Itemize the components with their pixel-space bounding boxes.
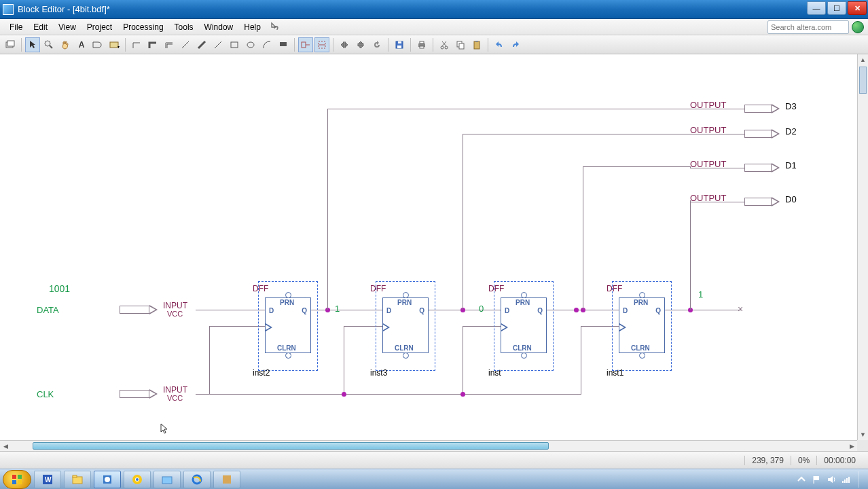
task-ie[interactable]: [183, 471, 211, 488]
dff-inst[interactable]: PRN D Q CLRN DFF inst: [501, 288, 547, 364]
wire[interactable]: [196, 394, 581, 395]
dangling-x-icon: ×: [738, 304, 743, 314]
tool-detach[interactable]: [3, 37, 18, 52]
toolbar: A ▾: [0, 35, 868, 54]
wire[interactable]: [690, 134, 744, 134]
menu-processing[interactable]: Processing: [117, 21, 168, 33]
scroll-thumb[interactable]: [33, 442, 549, 450]
close-button[interactable]: ✕: [848, 1, 867, 15]
tool-undo[interactable]: [492, 37, 507, 52]
task-explorer[interactable]: [64, 471, 91, 488]
menu-window[interactable]: Window: [199, 21, 239, 33]
tool-diag-bus[interactable]: [194, 37, 209, 52]
dff-prn-label: PRN: [397, 299, 412, 306]
junction-node: [342, 392, 346, 397]
task-chrome[interactable]: [124, 471, 151, 488]
scroll-down-icon[interactable]: ▼: [858, 429, 868, 440]
tool-hand[interactable]: [58, 37, 73, 52]
dff-type-label: DFF: [488, 284, 504, 293]
tool-diag-line[interactable]: [178, 37, 193, 52]
task-app[interactable]: [213, 471, 240, 488]
tool-rect[interactable]: [227, 37, 242, 52]
tool-line[interactable]: [211, 37, 225, 52]
vertical-scrollbar[interactable]: ▲ ▼: [857, 54, 868, 440]
menu-edit[interactable]: Edit: [28, 21, 53, 33]
wire[interactable]: [344, 326, 344, 394]
scroll-up-icon[interactable]: ▲: [858, 54, 868, 65]
scroll-left-icon[interactable]: ◀: [0, 441, 11, 451]
scroll-right-icon[interactable]: ▶: [846, 441, 857, 451]
tool-ortho-line[interactable]: [129, 37, 144, 52]
tray-volume-icon[interactable]: [826, 474, 837, 485]
tool-rubberband-on[interactable]: [298, 37, 313, 52]
wire[interactable]: [209, 326, 210, 394]
tool-flip-v[interactable]: [353, 37, 368, 52]
menu-view[interactable]: View: [53, 21, 82, 33]
wire[interactable]: [327, 109, 690, 109]
wire[interactable]: [690, 109, 744, 109]
tool-oval[interactable]: [243, 37, 258, 52]
wire[interactable]: [581, 326, 581, 394]
tool-conduit[interactable]: [162, 37, 177, 52]
wire[interactable]: [690, 166, 691, 168]
tool-arc[interactable]: [259, 37, 274, 52]
wire[interactable]: [209, 326, 265, 327]
wire[interactable]: [311, 310, 382, 310]
wire[interactable]: [690, 200, 691, 310]
menu-help[interactable]: Help: [238, 21, 266, 33]
input-type-data: INPUT: [163, 301, 187, 310]
tool-fill[interactable]: [276, 37, 291, 52]
wire[interactable]: [690, 202, 744, 202]
task-folder[interactable]: [153, 471, 181, 488]
tool-save[interactable]: [392, 37, 407, 52]
horizontal-scrollbar[interactable]: ◀ ▶: [0, 440, 857, 451]
dff-inst3[interactable]: PRN D Q CLRN DFF inst3: [382, 288, 429, 364]
tool-flip-h[interactable]: [337, 37, 352, 52]
wire[interactable]: [583, 166, 583, 310]
minimize-button[interactable]: —: [807, 1, 826, 15]
tool-symbol[interactable]: [90, 37, 105, 52]
wire[interactable]: [327, 109, 328, 310]
tool-print[interactable]: [414, 37, 429, 52]
dff-clrn-label: CLRN: [277, 344, 296, 352]
schematic-canvas[interactable]: 1001 DATA INPUT VCC CLK INPUT VCC: [0, 54, 868, 451]
tool-paste[interactable]: [469, 37, 484, 52]
tool-copy[interactable]: [453, 37, 468, 52]
dff-inst1[interactable]: PRN D Q CLRN DFF inst1: [619, 288, 665, 364]
tool-block[interactable]: ▾: [107, 37, 122, 52]
tool-rotate[interactable]: [369, 37, 384, 52]
svg-rect-50: [844, 479, 846, 483]
tool-ortho-bus[interactable]: [145, 37, 160, 52]
search-globe-icon[interactable]: [852, 21, 864, 33]
wire[interactable]: [463, 134, 463, 310]
tray-flag-icon[interactable]: [811, 474, 822, 485]
menu-file[interactable]: File: [4, 21, 28, 33]
menu-tools[interactable]: Tools: [169, 21, 199, 33]
wire[interactable]: [196, 310, 265, 310]
wire[interactable]: [690, 168, 744, 168]
svg-point-43: [136, 478, 139, 481]
tool-text[interactable]: A: [74, 37, 89, 52]
menu-project[interactable]: Project: [82, 21, 117, 33]
help-context-icon[interactable]: [270, 22, 281, 33]
show-desktop-button[interactable]: [858, 471, 863, 488]
dff-q-label: Q: [537, 307, 543, 314]
scroll-thumb[interactable]: [859, 67, 867, 94]
tool-zoom[interactable]: [41, 37, 56, 52]
tool-cut[interactable]: [437, 37, 452, 52]
tool-redo[interactable]: [508, 37, 523, 52]
tool-partial-select[interactable]: [314, 37, 329, 52]
task-word[interactable]: W: [34, 471, 61, 488]
wire[interactable]: [583, 166, 690, 167]
tray-up-icon[interactable]: [796, 474, 807, 485]
search-input[interactable]: [767, 20, 849, 34]
wire[interactable]: [665, 310, 741, 310]
maximize-button[interactable]: ☐: [827, 1, 846, 15]
dff-inst2[interactable]: PRN D Q CLRN DFF inst2: [265, 288, 311, 364]
task-quartus[interactable]: [94, 471, 121, 488]
wire[interactable]: [463, 326, 463, 394]
start-button[interactable]: [3, 470, 31, 489]
tool-selection[interactable]: [25, 37, 40, 52]
wire[interactable]: [463, 134, 690, 134]
tray-network-icon[interactable]: [841, 474, 852, 485]
